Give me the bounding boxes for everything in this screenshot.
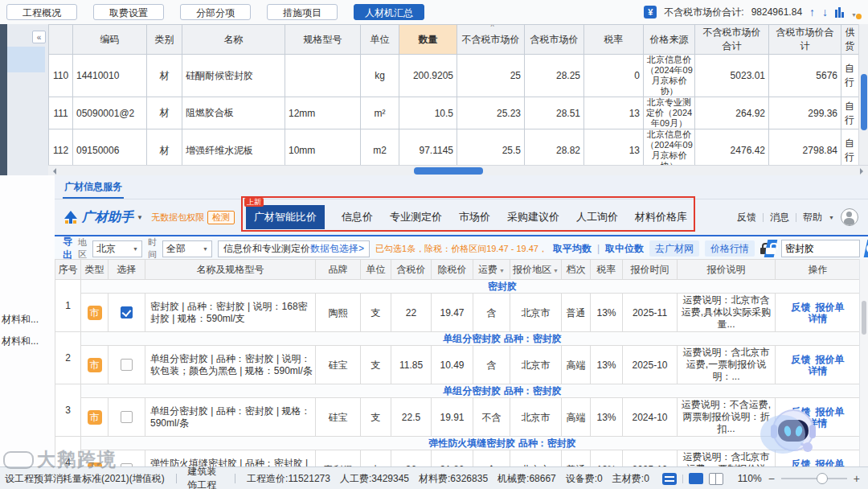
- column-settings-icon[interactable]: ▼: [835, 7, 857, 18]
- move-down-icon[interactable]: ↓: [822, 6, 828, 18]
- group-title[interactable]: 密封胶: [81, 280, 861, 294]
- tab-smart-price-compare[interactable]: 上新广材智能比价: [246, 205, 325, 229]
- help-link[interactable]: 帮助: [803, 211, 822, 224]
- cell-name: 阻燃胶合板: [182, 97, 285, 129]
- cell-price-inc: 28.51: [525, 97, 584, 129]
- service-tab-row: 广材信息服务: [55, 175, 868, 199]
- select-checkbox[interactable]: [121, 306, 133, 318]
- tab-professional-price[interactable]: 专业测定价: [390, 210, 442, 224]
- material-row[interactable]: 112 09150006 材 增强纤维水泥板 10mm m2 97.1145 2…: [49, 129, 859, 166]
- scrollbar-thumb[interactable]: [861, 74, 867, 130]
- zoom-slider-handle[interactable]: [817, 473, 828, 484]
- assistant-robot-icon[interactable]: [768, 407, 818, 457]
- cell-price-ex: 25.5: [457, 129, 525, 166]
- cell-region: 北京市: [510, 398, 562, 437]
- take-median-link[interactable]: 取中位数: [605, 242, 644, 256]
- split-pane-view-icon[interactable]: [709, 473, 723, 485]
- search-input[interactable]: [781, 240, 860, 257]
- quote-row[interactable]: 市 弹性防火填缝密封胶 | 品种：密封胶 | 规格：580ml/条 喜利得 支 …: [55, 450, 861, 467]
- material-row[interactable]: 111 05090001@2 材 阻燃胶合板 12mm m² 10.5 25.2…: [49, 97, 859, 129]
- filter-bar: 导出 地区 北京▼ 时间 全部▼ 信息价和专业测定价数据包选择> 已勾选1条，除…: [55, 236, 868, 261]
- quote-sheet-action[interactable]: 报价单: [816, 458, 845, 467]
- scrollbar-thumb[interactable]: [414, 167, 483, 175]
- group-title[interactable]: 单组分密封胶 品种：密封胶: [81, 332, 861, 346]
- zoom-out-icon[interactable]: −: [768, 472, 775, 485]
- quote-row[interactable]: 市 单组分密封胶 | 品种：密封胶 | 规格：590ml/条 硅宝 支 22.5…: [55, 398, 861, 437]
- tab-purchase-suggest-price[interactable]: 采购建议价: [507, 210, 559, 224]
- scrollbar-thumb[interactable]: [862, 301, 866, 335]
- details-action[interactable]: 详情: [809, 313, 828, 324]
- col-spec: 规格型号: [285, 25, 361, 55]
- tab-divisional-items[interactable]: 分部分项: [180, 4, 251, 20]
- vertical-scrollbar[interactable]: [859, 259, 868, 466]
- tab-market-price[interactable]: 市场价: [459, 210, 490, 224]
- feedback-action[interactable]: 反馈: [792, 302, 811, 313]
- cell-spec: 10mm: [285, 129, 361, 166]
- collapse-panel-button[interactable]: «: [32, 31, 46, 43]
- quote-row[interactable]: 市 单组分密封胶 | 品种：密封胶 | 说明：软包装；颜色为黑色 | 规格：59…: [55, 346, 861, 384]
- price-trend-button[interactable]: 价格行情: [705, 240, 755, 257]
- cell-code: 14410010: [73, 55, 147, 97]
- feedback-action[interactable]: 反馈: [792, 354, 811, 365]
- take-average-link[interactable]: 取平均数: [553, 242, 592, 256]
- feedback-link[interactable]: 反馈: [737, 211, 756, 224]
- goto-guangcai-button[interactable]: 去广材网: [649, 240, 699, 257]
- group-title[interactable]: 弹性防火填缝密封胶 品种：密封胶: [81, 437, 861, 450]
- tab-guangcai-info-service[interactable]: 广材信息服务: [63, 176, 124, 199]
- check-button[interactable]: 检测: [207, 211, 235, 224]
- market-type-icon: 市: [88, 306, 102, 320]
- tab-manual-inquiry[interactable]: 人工询价: [576, 210, 618, 224]
- select-checkbox[interactable]: [121, 359, 133, 371]
- feedback-action[interactable]: 反馈: [792, 458, 811, 467]
- zoom-in-icon[interactable]: +: [854, 472, 860, 485]
- export-link[interactable]: 导出: [63, 235, 72, 262]
- divider: [235, 474, 235, 483]
- region-select[interactable]: 北京▼: [92, 240, 142, 257]
- col-price-ex-tax[interactable]: ^不含税市场价: [457, 25, 525, 55]
- tab-info-price[interactable]: 信息价: [342, 210, 373, 224]
- user-avatar-icon[interactable]: [841, 208, 858, 226]
- row-index: 2: [55, 332, 81, 384]
- col-quote-region[interactable]: 报价地区▼: [510, 260, 562, 280]
- tab-fee-settings[interactable]: 取费设置: [93, 4, 164, 20]
- col-category: 类别: [147, 25, 182, 55]
- tab-project-overview[interactable]: 工程概况: [6, 4, 77, 20]
- messages-link[interactable]: 消息: [770, 211, 789, 224]
- zoom-slider[interactable]: [781, 478, 847, 479]
- group-title[interactable]: 单组分密封胶 品种：密封胶: [81, 384, 861, 398]
- col-index: 序号: [55, 260, 81, 280]
- tab-measure-items[interactable]: 措施项目: [267, 4, 338, 20]
- cell-unit: kg: [361, 55, 399, 97]
- horizontal-scrollbar[interactable]: [48, 165, 868, 176]
- tab-material-price-library[interactable]: 材料价格库: [635, 210, 687, 224]
- single-pane-view-icon[interactable]: [689, 473, 703, 484]
- unlock-button[interactable]: [764, 240, 778, 257]
- move-up-icon[interactable]: ↑: [809, 6, 815, 18]
- status-bar: 设工程预算消耗量标准(2021)(增值税) 建筑装饰工程 工程造价:115212…: [0, 466, 868, 489]
- search-button[interactable]: [864, 240, 868, 257]
- select-checkbox[interactable]: [121, 411, 133, 423]
- item-description: 单组分密封胶 | 品种：密封胶 | 说明：软包装；颜色为黑色 | 规格：590m…: [145, 346, 316, 384]
- cell-quantity: 200.9205: [399, 55, 457, 97]
- logo-caret-icon[interactable]: ▼: [137, 214, 143, 221]
- col-freight[interactable]: 运费▼: [473, 260, 510, 280]
- tree-item[interactable]: 材料和...: [0, 331, 55, 352]
- quote-sheet-action[interactable]: 报价单: [816, 354, 845, 365]
- material-row[interactable]: 110 14410010 材 硅酮耐候密封胶 kg 200.9205 25 28…: [49, 55, 859, 97]
- quote-row[interactable]: 市 密封胶 | 品种：密封胶 | 说明：168密封胶 | 规格：590ml/支 …: [55, 294, 861, 332]
- tab-labor-material-summary[interactable]: 人材机汇总: [354, 4, 424, 20]
- data-package-select-button[interactable]: 信息价和专业测定价数据包选择>: [218, 240, 370, 257]
- scroll-left-icon[interactable]: [50, 168, 56, 175]
- rail-selected-item[interactable]: [7, 47, 45, 72]
- caret-down-icon: ▼: [829, 215, 834, 220]
- scroll-right-icon[interactable]: [860, 168, 866, 175]
- vertical-scrollbar[interactable]: [858, 24, 868, 165]
- divider: [796, 213, 796, 222]
- details-action[interactable]: 详情: [809, 365, 828, 376]
- quote-sheet-action[interactable]: 报价单: [816, 302, 845, 313]
- cell-freight: 含: [473, 346, 510, 384]
- time-select[interactable]: 全部▼: [162, 240, 212, 257]
- tree-item[interactable]: 材料和...: [0, 309, 55, 331]
- quote-sheet-action[interactable]: 报价单: [816, 406, 845, 417]
- list-view-icon[interactable]: [662, 473, 677, 485]
